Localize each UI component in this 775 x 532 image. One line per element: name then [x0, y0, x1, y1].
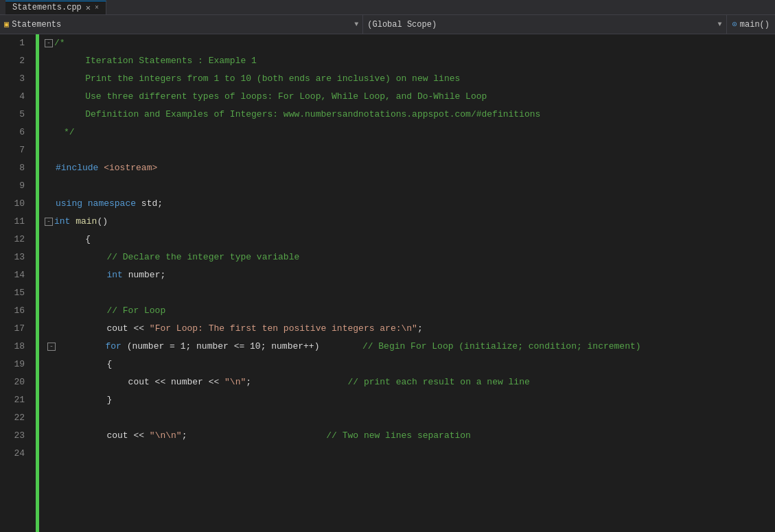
code-line-2: Iteration Statements : Example 1 — [45, 52, 775, 70]
code-line-10: using namespace std; — [45, 195, 775, 213]
code-line-6: */ — [45, 124, 775, 141]
code-text-5: Definition and Examples of Integers: www… — [64, 106, 540, 124]
code-line-17: cout << "For Loop: The first ten positiv… — [45, 320, 775, 338]
code-line-20: cout << number << "\n"; // print each re… — [45, 373, 775, 391]
code-text-14a: int — [64, 266, 128, 284]
nav-bar: ▣ Statements ▼ (Global Scope) ▼ ⊙ main() — [0, 15, 775, 34]
project-icon: ▣ — [4, 19, 9, 30]
code-line-11: - int main() — [45, 213, 775, 231]
editor: 1 2 3 4 5 6 7 8 9 10 11 12 13 14 15 16 1… — [0, 34, 775, 532]
code-text-10c: std; — [141, 195, 163, 213]
code-area[interactable]: - /* Iteration Statements : Example 1 Pr… — [39, 34, 775, 532]
code-text-4: Use three different types of loops: For … — [64, 88, 487, 106]
nav-icon: ⊙ — [732, 19, 737, 30]
code-line-1: - /* — [45, 34, 775, 52]
code-line-9 — [45, 177, 775, 195]
linenum-3: 3 — [0, 70, 30, 88]
linenum-14: 14 — [0, 266, 30, 284]
linenum-8: 8 — [0, 159, 30, 177]
code-line-14: int number; — [45, 266, 775, 284]
code-text-1: /* — [54, 34, 65, 52]
collapse-1[interactable]: - — [45, 39, 53, 47]
title-bar: Statements.cpp ✕ × — [0, 0, 775, 15]
scope-dropdown[interactable]: (Global Scope) ▼ — [363, 15, 726, 34]
linenum-5: 5 — [0, 106, 30, 124]
code-text-11a: int — [54, 213, 76, 231]
code-text-23b: "\n\n" — [150, 427, 182, 445]
code-text-20a: cout << number << — [64, 373, 224, 391]
scope-label: (Global Scope) — [367, 20, 437, 30]
close-icon[interactable]: × — [95, 4, 99, 12]
linenum-18: 18 — [0, 338, 30, 356]
linenum-17: 17 — [0, 320, 30, 338]
tab-modified-icon: ✕ — [86, 3, 91, 13]
code-line-13: // Declare the integer type variable — [45, 248, 775, 266]
project-label: Statements — [12, 20, 61, 30]
linenum-2: 2 — [0, 52, 30, 70]
code-text-8b: <iostream> — [104, 159, 157, 177]
linenum-23: 23 — [0, 427, 30, 445]
code-text-23a: cout << — [64, 427, 150, 445]
code-line-15 — [45, 284, 775, 302]
code-text-6: */ — [64, 124, 75, 141]
file-tab[interactable]: Statements.cpp ✕ × — [5, 1, 106, 14]
collapse-18[interactable]: - — [47, 343, 56, 351]
linenum-6: 6 — [0, 124, 30, 141]
code-text-14b: number; — [128, 266, 166, 284]
code-line-5: Definition and Examples of Integers: www… — [45, 106, 775, 124]
code-text-10b: namespace — [88, 195, 141, 213]
code-text-12: { — [64, 231, 91, 248]
linenum-13: 13 — [0, 248, 30, 266]
code-text-18a: for — [62, 338, 127, 356]
linenum-7: 7 — [0, 141, 30, 159]
code-text-16: // For Loop — [64, 302, 165, 320]
code-text-23c: ; — [182, 427, 327, 445]
linenum-15: 15 — [0, 284, 30, 302]
code-text-19: { — [64, 356, 112, 373]
linenum-12: 12 — [0, 231, 30, 248]
code-text-20b: "\n" — [224, 373, 246, 391]
tab-label: Statements.cpp — [12, 3, 82, 12]
linenum-19: 19 — [0, 356, 30, 373]
linenum-22: 22 — [0, 409, 30, 427]
code-line-23: cout << "\n\n"; // Two new lines separat… — [45, 427, 775, 445]
code-line-21: } — [45, 391, 775, 409]
code-text-10a: using — [56, 195, 88, 213]
code-text-11c: () — [97, 213, 108, 231]
linenum-21: 21 — [0, 391, 30, 409]
code-text-17c: ; — [417, 320, 423, 338]
code-line-4: Use three different types of loops: For … — [45, 88, 775, 106]
linenum-1: 1 — [0, 34, 30, 52]
linenum-9: 9 — [0, 177, 30, 195]
code-line-18: - for (number = 1; number <= 10; number+… — [45, 338, 775, 356]
code-line-19: { — [45, 356, 775, 373]
project-dropdown-arrow: ▼ — [354, 21, 358, 28]
code-text-23d: // Two new lines separation — [326, 427, 471, 445]
linenum-20: 20 — [0, 373, 30, 391]
method-label: main() — [740, 20, 770, 30]
linenum-10: 10 — [0, 195, 30, 213]
code-text-20c: ; — [246, 373, 347, 391]
project-dropdown[interactable]: ▣ Statements ▼ — [0, 15, 363, 34]
code-text-8a: #include — [56, 159, 104, 177]
code-text-20d: // print each result on a new line — [348, 373, 530, 391]
code-text-2: Iteration Statements : Example 1 — [64, 52, 257, 70]
code-line-24 — [45, 445, 775, 463]
code-text-17b: "For Loop: The first ten positive intege… — [150, 320, 417, 338]
linenum-4: 4 — [0, 88, 30, 106]
code-text-18c: // Begin For Loop (initialize; condition… — [362, 338, 641, 356]
code-line-12: { — [45, 231, 775, 248]
code-line-22 — [45, 409, 775, 427]
linenum-24: 24 — [0, 445, 30, 463]
collapse-11[interactable]: - — [45, 218, 53, 226]
code-text-21: } — [64, 391, 112, 409]
code-line-8: #include <iostream> — [45, 159, 775, 177]
code-text-13: // Declare the integer type variable — [64, 248, 299, 266]
line-numbers: 1 2 3 4 5 6 7 8 9 10 11 12 13 14 15 16 1… — [0, 34, 36, 532]
code-line-16: // For Loop — [45, 302, 775, 320]
method-indicator: ⊙ main() — [727, 19, 775, 30]
code-line-3: Print the integers from 1 to 10 (both en… — [45, 70, 775, 88]
code-text-18b: (number = 1; number <= 10; number++) — [127, 338, 362, 356]
code-text-11b: main — [76, 213, 97, 231]
code-line-7 — [45, 141, 775, 159]
